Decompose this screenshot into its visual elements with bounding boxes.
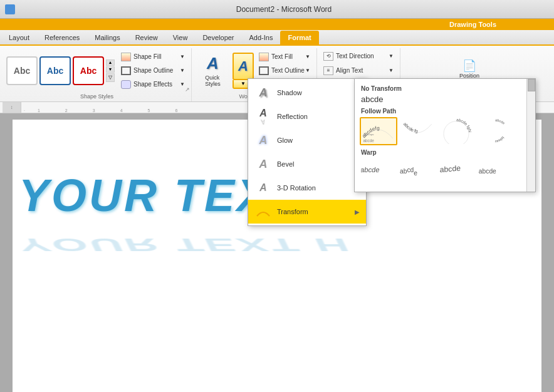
transform-wave4[interactable]: abcde bbox=[476, 158, 514, 187]
menu-item-glow[interactable]: A Glow ▶ bbox=[248, 128, 366, 152]
no-transform-item[interactable]: abcde bbox=[358, 93, 531, 105]
shape-outline-label: Shape Outline bbox=[133, 67, 173, 74]
svg-text:abcde fg: abcde fg bbox=[402, 121, 418, 134]
drawing-tools-label: Drawing Tools bbox=[442, 21, 504, 28]
tab-layout[interactable]: Layout bbox=[1, 31, 37, 44]
tab-review[interactable]: Review bbox=[128, 31, 165, 44]
quick-styles-button[interactable]: A QuickStyles bbox=[196, 51, 230, 90]
tab-bar: Layout References Mailings Review View D… bbox=[0, 30, 554, 46]
svg-text:abcde: abcde bbox=[361, 167, 380, 174]
shape-styles-group: Abc Abc Abc ▲ ▼ ▽ Shape Fill ▼ Shape Out… bbox=[3, 48, 192, 101]
glow-label: Glow bbox=[277, 137, 293, 144]
svg-text:abcdefg: abcdefg bbox=[361, 125, 380, 139]
transform-circle[interactable]: abcde fghi bbox=[437, 117, 475, 145]
shape-outline-button[interactable]: Shape Outline ▼ bbox=[118, 64, 187, 77]
warp-grid: abcde abcde abcde abcde bbox=[358, 157, 531, 188]
effects-icon bbox=[121, 80, 131, 89]
text-effects-dropdown-icon: ▼ bbox=[241, 81, 246, 86]
no-transform-label: No Transform bbox=[358, 83, 531, 93]
shape-effects-label: Shape Effects bbox=[133, 81, 172, 88]
fill-icon bbox=[121, 53, 131, 61]
menu-item-bevel[interactable]: A Bevel ▶ bbox=[248, 152, 366, 176]
text-effects-button[interactable]: A bbox=[233, 53, 254, 80]
shape-scroll-up[interactable]: ▲ bbox=[106, 59, 115, 66]
transform-scrollbar[interactable] bbox=[526, 79, 535, 192]
menu-item-transform[interactable]: A Transform ▶ bbox=[248, 200, 366, 224]
text-direction-label: Text Direction bbox=[336, 53, 374, 59]
tab-addins[interactable]: Add-Ins bbox=[242, 31, 281, 44]
svg-point-6 bbox=[444, 121, 469, 144]
shape-preview-2[interactable]: Abc bbox=[39, 56, 71, 85]
shape-preview-1[interactable]: Abc bbox=[6, 56, 38, 85]
title-bar: Document2 - Microsoft Word bbox=[0, 0, 554, 19]
no-transform-section: No Transform abcde bbox=[358, 83, 531, 105]
3d-rotation-label: 3-D Rotation bbox=[277, 184, 316, 192]
text-effects-menu: A Shadow ▶ A A Reflection ▶ A Glow ▶ A B… bbox=[248, 78, 367, 226]
text-outline-icon bbox=[259, 66, 269, 75]
tab-format[interactable]: Format bbox=[280, 31, 318, 44]
transform-label: Transform bbox=[277, 208, 308, 215]
menu-item-shadow[interactable]: A Shadow ▶ bbox=[248, 81, 366, 105]
transform-scrollbar-thumb[interactable] bbox=[528, 79, 535, 91]
follow-path-label: Follow Path bbox=[358, 105, 531, 116]
shape-styles-expand[interactable]: ↗ bbox=[185, 86, 190, 93]
shape-fill-label: Shape Fill bbox=[133, 53, 161, 60]
align-text-button[interactable]: ≡ Align Text ▼ bbox=[321, 64, 396, 77]
tab-mailings[interactable]: Mailings bbox=[87, 31, 127, 44]
tab-view[interactable]: View bbox=[165, 31, 196, 44]
fill-dropdown-icon: ▼ bbox=[180, 54, 185, 59]
word-icon bbox=[5, 4, 15, 14]
menu-item-3d[interactable]: A 3-D Rotation ▶ bbox=[248, 176, 366, 200]
transform-button[interactable]: abcde mnopq bbox=[476, 117, 514, 145]
bevel-menu-icon: A bbox=[254, 155, 272, 173]
shape-previews: Abc Abc Abc ▲ ▼ ▽ bbox=[6, 56, 115, 85]
transform-arch-down[interactable]: abcde fg bbox=[399, 117, 436, 145]
abcde-text: abcde bbox=[361, 95, 383, 104]
shape-scroll-arrows: ▲ ▼ ▽ bbox=[106, 59, 115, 82]
text-direction-button[interactable]: ⟲ Text Direction ▼ bbox=[321, 49, 396, 63]
shape-preview-3[interactable]: Abc bbox=[73, 56, 104, 85]
transform-wave2[interactable]: abcde bbox=[399, 158, 436, 187]
align-text-icon: ≡ bbox=[323, 66, 333, 75]
svg-text:abcde: abcde bbox=[495, 118, 506, 125]
transform-menu-icon: A bbox=[254, 203, 272, 220]
shape-more[interactable]: ▽ bbox=[106, 73, 115, 82]
reflection-label: Reflection bbox=[277, 113, 308, 120]
align-text-label: Align Text bbox=[336, 67, 363, 74]
quick-styles-icon: A bbox=[207, 54, 219, 73]
transform-arch-up[interactable]: abcdefg abcde abcde bbox=[360, 117, 397, 145]
tab-references[interactable]: References bbox=[37, 31, 87, 44]
shape-styles-label: Shape Styles bbox=[3, 93, 191, 100]
shape-scroll-down[interactable]: ▼ bbox=[106, 66, 115, 73]
svg-text:abcde: abcde bbox=[363, 133, 374, 135]
shape-fill-button[interactable]: Shape Fill ▼ bbox=[118, 50, 187, 63]
text-outline-label: Text Outline bbox=[271, 67, 305, 74]
follow-path-section: Follow Path abcdefg abcde abcde ab bbox=[358, 105, 531, 147]
text-effects-icon: A bbox=[238, 58, 248, 75]
ruler-corner: ↕ bbox=[3, 102, 21, 113]
svg-text:abcde fghi: abcde fghi bbox=[456, 118, 473, 133]
bevel-label: Bevel bbox=[277, 160, 295, 168]
tab-developer[interactable]: Developer bbox=[195, 31, 241, 44]
effects-dropdown-icon: ▼ bbox=[180, 81, 185, 87]
text-fill-label: Text Fill bbox=[271, 53, 293, 60]
transform-arrow: ▶ bbox=[355, 209, 360, 215]
text-fill-button[interactable]: Text Fill ▼ bbox=[256, 50, 313, 63]
outline-icon bbox=[121, 66, 131, 75]
shadow-label: Shadow bbox=[277, 89, 302, 96]
quick-styles-label: QuickStyles bbox=[205, 75, 221, 87]
transform-wave3[interactable]: abcde bbox=[437, 158, 475, 187]
menu-item-reflection[interactable]: A A Reflection ▶ bbox=[248, 105, 366, 128]
shape-effects-button[interactable]: Shape Effects ▼ bbox=[118, 78, 187, 91]
glow-menu-icon: A bbox=[254, 132, 272, 149]
follow-path-grid: abcdefg abcde abcde abcde fg bbox=[358, 116, 531, 147]
outline-dropdown-icon: ▼ bbox=[180, 68, 185, 73]
warp-label: Warp bbox=[358, 147, 531, 157]
svg-text:abcde: abcde bbox=[440, 163, 461, 174]
drawing-tools-header: Drawing Tools bbox=[0, 19, 554, 30]
title-bar-text: Document2 - Microsoft Word bbox=[19, 5, 549, 14]
text-outline-button[interactable]: Text Outline ▼ bbox=[256, 64, 313, 77]
transform-wave1[interactable]: abcde bbox=[360, 158, 397, 187]
svg-text:abcde: abcde bbox=[363, 138, 374, 143]
shadow-menu-icon: A bbox=[254, 84, 272, 101]
